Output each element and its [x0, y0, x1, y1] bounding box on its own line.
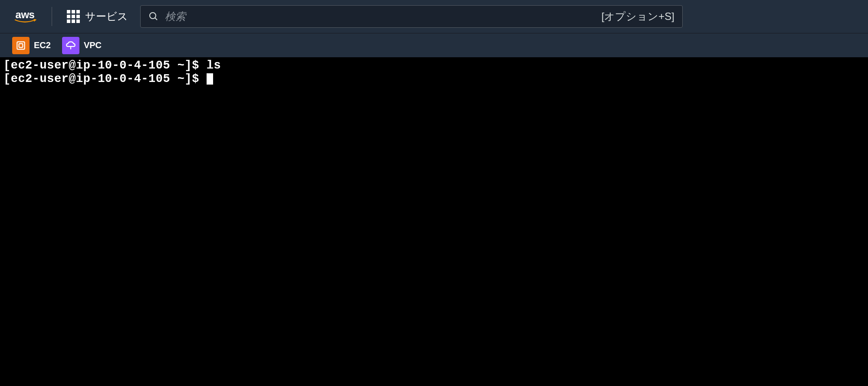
aws-swoosh-icon [13, 19, 37, 23]
search-input[interactable] [165, 10, 595, 23]
svg-line-1 [155, 18, 157, 20]
service-label: VPC [84, 40, 102, 50]
search-box[interactable]: [オプション+S] [140, 5, 683, 28]
divider [52, 7, 52, 26]
sub-nav: EC2 VPC [0, 33, 868, 57]
aws-logo[interactable]: aws [9, 10, 41, 23]
top-nav: aws サービス [オプション+S] [0, 0, 868, 33]
search-hint: [オプション+S] [602, 10, 674, 23]
ec2-icon [12, 37, 30, 54]
svg-rect-3 [19, 43, 23, 47]
cursor [207, 73, 213, 85]
grid-icon [67, 10, 80, 23]
service-label: EC2 [34, 40, 51, 50]
service-button-ec2[interactable]: EC2 [9, 35, 54, 56]
aws-logo-text: aws [16, 10, 35, 20]
prompt: [ec2-user@ip-10-0-4-105 ~]$ [3, 72, 207, 85]
svg-point-0 [150, 13, 156, 19]
services-button[interactable]: サービス [62, 7, 132, 26]
services-label: サービス [85, 10, 128, 23]
terminal[interactable]: [ec2-user@ip-10-0-4-105 ~]$ ls [ec2-user… [0, 57, 868, 386]
vpc-icon [62, 37, 79, 54]
prompt: [ec2-user@ip-10-0-4-105 ~]$ [3, 59, 207, 72]
search-icon [148, 11, 159, 22]
terminal-line: [ec2-user@ip-10-0-4-105 ~]$ [3, 72, 865, 86]
terminal-line: [ec2-user@ip-10-0-4-105 ~]$ ls [3, 59, 865, 72]
service-button-vpc[interactable]: VPC [59, 35, 105, 56]
command: ls [207, 59, 221, 72]
svg-rect-2 [17, 42, 24, 49]
